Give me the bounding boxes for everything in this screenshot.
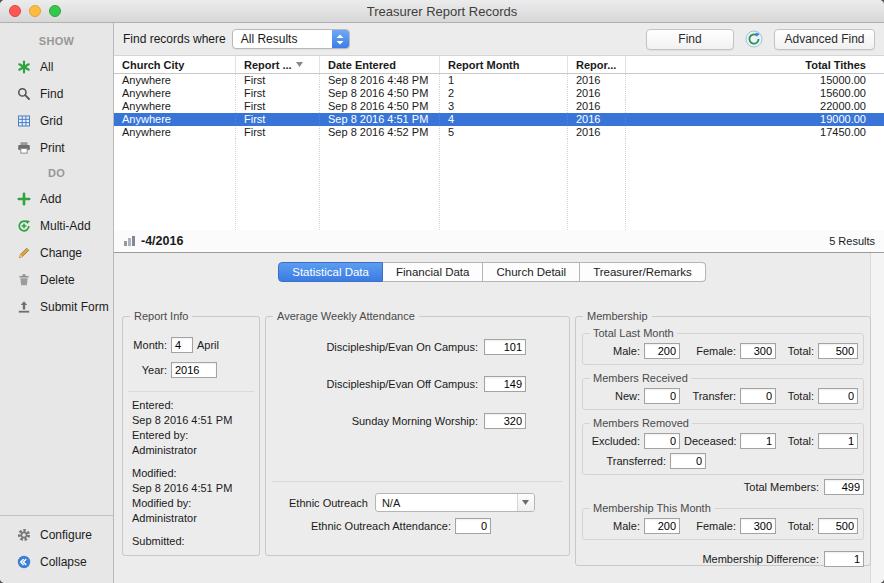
vertical-scrollbar[interactable]	[870, 253, 884, 583]
modified-value: Sep 8 2016 4:51 PM	[132, 481, 232, 496]
off-campus-input[interactable]	[484, 376, 526, 392]
sidebar-item-multi-add[interactable]: Multi-Add	[0, 212, 113, 239]
modified-by-value: Administrator	[132, 511, 232, 526]
entered-value: Sep 8 2016 4:51 PM	[132, 413, 232, 428]
divider	[128, 391, 254, 392]
main-area: Find records where All Results Find Adva…	[114, 23, 884, 583]
total-month-input[interactable]	[818, 518, 858, 534]
close-button[interactable]	[9, 5, 21, 17]
deceased-label: Deceased:	[684, 435, 736, 447]
sidebar-item-delete[interactable]: Delete	[0, 266, 113, 293]
trash-icon	[17, 273, 31, 287]
tab-financial-data[interactable]: Financial Data	[383, 262, 484, 282]
table-empty-area	[114, 139, 884, 230]
total-last-month-legend: Total Last Month	[590, 327, 677, 339]
total-members-label: Total Members:	[744, 481, 819, 493]
deceased-input[interactable]	[740, 433, 776, 449]
sunday-worship-input[interactable]	[484, 413, 526, 429]
sidebar-item-label: All	[40, 60, 53, 74]
sidebar-item-find[interactable]: Find	[0, 80, 113, 107]
advanced-find-button[interactable]: Advanced Find	[774, 29, 875, 50]
cell-date-entered: Sep 8 2016 4:50 PM	[320, 87, 440, 100]
table-row[interactable]: Anywhere First Sep 8 2016 4:48 PM 1 2016…	[114, 74, 884, 87]
results-filter-dropdown[interactable]: All Results	[232, 29, 350, 49]
column-header-church-city[interactable]: Church City	[114, 56, 236, 73]
plus-icon	[17, 192, 31, 206]
ethnic-outreach-value: N/A	[376, 497, 517, 509]
column-header-date-entered[interactable]: Date Entered	[320, 56, 440, 73]
zoom-button[interactable]	[49, 5, 61, 17]
refresh-icon[interactable]	[745, 30, 763, 48]
sidebar-item-grid[interactable]: Grid	[0, 107, 113, 134]
minimize-button[interactable]	[29, 5, 41, 17]
sidebar-item-all[interactable]: All	[0, 53, 113, 80]
cell-report-month: 2	[440, 87, 568, 100]
report-info-legend: Report Info	[130, 310, 192, 322]
year-label: Year:	[127, 364, 167, 376]
column-header-report-month[interactable]: Report Month	[440, 56, 568, 73]
cell-total-tithes: 17450.00	[626, 126, 884, 139]
transfer-input[interactable]	[740, 388, 776, 404]
month-input[interactable]	[171, 337, 193, 353]
total-members-input[interactable]	[824, 479, 864, 495]
sidebar-item-collapse[interactable]: Collapse	[0, 548, 113, 575]
table-row[interactable]: Anywhere First Sep 8 2016 4:50 PM 2 2016…	[114, 87, 884, 100]
column-header-report-year[interactable]: Repor...	[568, 56, 626, 73]
sidebar-item-label: Configure	[40, 528, 92, 542]
ethnic-outreach-label: Ethnic Outreach	[289, 497, 368, 509]
membership-this-month-group: Membership This Month Male: Female: Tota…	[582, 508, 864, 540]
sidebar-item-add[interactable]: Add	[0, 185, 113, 212]
membership-difference-input[interactable]	[824, 551, 864, 567]
table-row[interactable]: Anywhere First Sep 8 2016 4:52 PM 5 2016…	[114, 126, 884, 139]
year-input[interactable]	[171, 362, 217, 378]
sidebar-item-label: Multi-Add	[40, 219, 91, 233]
on-campus-input[interactable]	[484, 339, 526, 355]
records-table: Church City Report ... Date Entered Repo…	[114, 55, 884, 230]
find-button[interactable]: Find	[646, 29, 734, 50]
sidebar-item-submit-form[interactable]: Submit Form	[0, 293, 113, 320]
tab-treasurer-remarks[interactable]: Treasurer/Remarks	[580, 262, 706, 282]
sidebar-item-print[interactable]: Print	[0, 134, 113, 161]
entered-label: Entered:	[132, 398, 232, 413]
cell-report-month: 3	[440, 100, 568, 113]
sidebar-item-label: Find	[40, 87, 63, 101]
sidebar-item-label: Delete	[40, 273, 75, 287]
ethnic-attendance-input[interactable]	[455, 518, 491, 534]
table-row-selected[interactable]: Anywhere First Sep 8 2016 4:51 PM 4 2016…	[114, 113, 884, 126]
female-last-input[interactable]	[740, 343, 776, 359]
cell-date-entered: Sep 8 2016 4:52 PM	[320, 126, 440, 139]
column-header-report[interactable]: Report ...	[236, 56, 320, 73]
male-month-input[interactable]	[644, 518, 680, 534]
transfer-label: Transfer:	[684, 390, 736, 402]
tab-church-detail[interactable]: Church Detail	[483, 262, 580, 282]
female-month-input[interactable]	[740, 518, 776, 534]
gear-icon	[17, 528, 31, 542]
grid-icon	[17, 114, 31, 128]
ethnic-outreach-dropdown[interactable]: N/A	[375, 493, 535, 512]
transferred-input[interactable]	[670, 453, 706, 469]
column-header-total-tithes[interactable]: Total Tithes	[626, 56, 884, 73]
tab-statistical-data[interactable]: Statistical Data	[278, 262, 383, 282]
excluded-input[interactable]	[644, 433, 680, 449]
sidebar-item-change[interactable]: Change	[0, 239, 113, 266]
cell-report-year: 2016	[568, 87, 626, 100]
traffic-lights	[9, 5, 61, 17]
cell-report-year: 2016	[568, 100, 626, 113]
app-window: Treasurer Report Records SHOW All Find G…	[0, 0, 884, 583]
total-label: Total:	[780, 345, 814, 357]
received-total-input[interactable]	[818, 388, 858, 404]
modified-label: Modified:	[132, 466, 232, 481]
male-last-input[interactable]	[644, 343, 680, 359]
sidebar-show-header: SHOW	[0, 29, 113, 53]
new-input[interactable]	[644, 388, 680, 404]
cell-report-year: 2016	[568, 126, 626, 139]
total-last-input[interactable]	[818, 343, 858, 359]
cell-total-tithes: 22000.00	[626, 100, 884, 113]
asterisk-icon	[17, 60, 31, 74]
divider	[272, 481, 563, 482]
table-row[interactable]: Anywhere First Sep 8 2016 4:50 PM 3 2016…	[114, 100, 884, 113]
sidebar-item-label: Add	[40, 192, 61, 206]
sidebar-item-configure[interactable]: Configure	[0, 521, 113, 548]
removed-total-input[interactable]	[818, 433, 858, 449]
submit-form-icon	[17, 300, 31, 314]
